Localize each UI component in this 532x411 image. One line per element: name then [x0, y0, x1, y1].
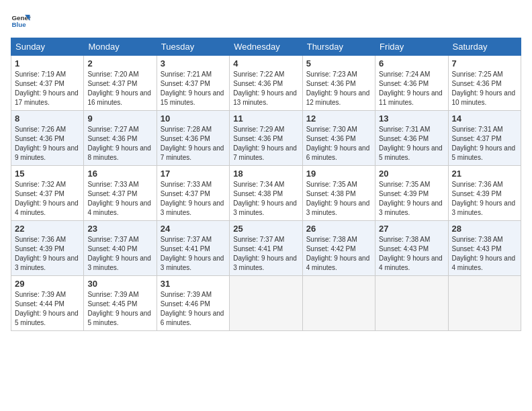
day-number: 31 — [161, 279, 226, 289]
day-info: Sunrise: 7:27 AMSunset: 4:36 PMDaylight:… — [87, 125, 152, 163]
calendar-week-4: 22Sunrise: 7:36 AMSunset: 4:39 PMDayligh… — [11, 221, 521, 276]
day-number: 30 — [87, 279, 152, 289]
calendar-cell: 28Sunrise: 7:38 AMSunset: 4:43 PMDayligh… — [448, 221, 521, 276]
day-info: Sunrise: 7:34 AMSunset: 4:38 PMDaylight:… — [233, 180, 298, 218]
calendar-cell — [375, 276, 448, 331]
day-info: Sunrise: 7:35 AMSunset: 4:38 PMDaylight:… — [306, 180, 371, 218]
day-info: Sunrise: 7:31 AMSunset: 4:36 PMDaylight:… — [379, 125, 444, 163]
day-info: Sunrise: 7:35 AMSunset: 4:39 PMDaylight:… — [379, 180, 444, 218]
day-info: Sunrise: 7:38 AMSunset: 4:43 PMDaylight:… — [379, 235, 444, 273]
day-number: 19 — [306, 169, 371, 179]
weekday-header-wednesday: Wednesday — [230, 38, 302, 56]
day-info: Sunrise: 7:39 AMSunset: 4:44 PMDaylight:… — [15, 290, 80, 328]
calendar-cell: 14Sunrise: 7:31 AMSunset: 4:37 PMDayligh… — [448, 111, 521, 166]
day-number: 27 — [379, 224, 444, 234]
day-number: 24 — [161, 224, 226, 234]
weekday-header-thursday: Thursday — [302, 38, 375, 56]
weekday-header-row: SundayMondayTuesdayWednesdayThursdayFrid… — [11, 38, 521, 56]
day-info: Sunrise: 7:19 AMSunset: 4:37 PMDaylight:… — [15, 70, 80, 107]
day-number: 7 — [452, 58, 517, 68]
calendar-week-1: 1Sunrise: 7:19 AMSunset: 4:37 PMDaylight… — [11, 56, 521, 111]
day-info: Sunrise: 7:37 AMSunset: 4:40 PMDaylight:… — [87, 235, 152, 273]
day-info: Sunrise: 7:37 AMSunset: 4:41 PMDaylight:… — [233, 235, 298, 273]
calendar-cell: 30Sunrise: 7:39 AMSunset: 4:45 PMDayligh… — [84, 276, 157, 331]
calendar-cell: 27Sunrise: 7:38 AMSunset: 4:43 PMDayligh… — [375, 221, 448, 276]
day-number: 29 — [15, 279, 80, 289]
calendar-cell: 26Sunrise: 7:38 AMSunset: 4:42 PMDayligh… — [302, 221, 375, 276]
day-number: 5 — [306, 58, 371, 68]
calendar-cell: 23Sunrise: 7:37 AMSunset: 4:40 PMDayligh… — [84, 221, 157, 276]
logo: General Blue — [11, 11, 34, 31]
day-number: 4 — [233, 58, 298, 68]
day-number: 25 — [233, 224, 298, 234]
day-info: Sunrise: 7:38 AMSunset: 4:42 PMDaylight:… — [306, 235, 371, 273]
calendar-cell: 17Sunrise: 7:33 AMSunset: 4:37 PMDayligh… — [157, 166, 229, 221]
day-number: 14 — [452, 113, 517, 124]
calendar-cell — [448, 276, 521, 331]
day-info: Sunrise: 7:26 AMSunset: 4:36 PMDaylight:… — [15, 125, 80, 163]
weekday-header-sunday: Sunday — [11, 38, 84, 56]
calendar-cell: 2Sunrise: 7:20 AMSunset: 4:37 PMDaylight… — [84, 56, 157, 111]
calendar-week-3: 15Sunrise: 7:32 AMSunset: 4:37 PMDayligh… — [11, 166, 521, 221]
header: General Blue — [11, 11, 521, 31]
day-info: Sunrise: 7:21 AMSunset: 4:37 PMDaylight:… — [161, 70, 226, 107]
day-info: Sunrise: 7:29 AMSunset: 4:36 PMDaylight:… — [233, 125, 298, 163]
calendar-cell: 1Sunrise: 7:19 AMSunset: 4:37 PMDaylight… — [11, 56, 84, 111]
calendar-cell: 19Sunrise: 7:35 AMSunset: 4:38 PMDayligh… — [302, 166, 375, 221]
day-info: Sunrise: 7:20 AMSunset: 4:37 PMDaylight:… — [87, 70, 152, 107]
calendar-cell: 7Sunrise: 7:25 AMSunset: 4:36 PMDaylight… — [448, 56, 521, 111]
day-number: 11 — [233, 113, 298, 124]
calendar-cell: 20Sunrise: 7:35 AMSunset: 4:39 PMDayligh… — [375, 166, 448, 221]
calendar-cell: 5Sunrise: 7:23 AMSunset: 4:36 PMDaylight… — [302, 56, 375, 111]
weekday-header-monday: Monday — [84, 38, 157, 56]
day-info: Sunrise: 7:39 AMSunset: 4:46 PMDaylight:… — [161, 290, 226, 328]
day-info: Sunrise: 7:32 AMSunset: 4:37 PMDaylight:… — [15, 180, 80, 218]
calendar-cell — [230, 276, 302, 331]
day-info: Sunrise: 7:31 AMSunset: 4:37 PMDaylight:… — [452, 125, 517, 163]
calendar-cell: 18Sunrise: 7:34 AMSunset: 4:38 PMDayligh… — [230, 166, 302, 221]
day-number: 22 — [15, 224, 80, 234]
day-info: Sunrise: 7:30 AMSunset: 4:36 PMDaylight:… — [306, 125, 371, 163]
calendar-cell: 21Sunrise: 7:36 AMSunset: 4:39 PMDayligh… — [448, 166, 521, 221]
day-info: Sunrise: 7:38 AMSunset: 4:43 PMDaylight:… — [452, 235, 517, 273]
day-info: Sunrise: 7:33 AMSunset: 4:37 PMDaylight:… — [87, 180, 152, 218]
calendar-cell: 6Sunrise: 7:24 AMSunset: 4:36 PMDaylight… — [375, 56, 448, 111]
day-info: Sunrise: 7:36 AMSunset: 4:39 PMDaylight:… — [15, 235, 80, 273]
calendar-cell: 16Sunrise: 7:33 AMSunset: 4:37 PMDayligh… — [84, 166, 157, 221]
day-info: Sunrise: 7:33 AMSunset: 4:37 PMDaylight:… — [161, 180, 226, 218]
calendar-cell — [302, 276, 375, 331]
calendar-cell: 31Sunrise: 7:39 AMSunset: 4:46 PMDayligh… — [157, 276, 229, 331]
day-number: 20 — [379, 169, 444, 179]
day-number: 13 — [379, 113, 444, 124]
calendar-cell: 12Sunrise: 7:30 AMSunset: 4:36 PMDayligh… — [302, 111, 375, 166]
calendar-cell: 15Sunrise: 7:32 AMSunset: 4:37 PMDayligh… — [11, 166, 84, 221]
day-number: 28 — [452, 224, 517, 234]
calendar-cell: 3Sunrise: 7:21 AMSunset: 4:37 PMDaylight… — [157, 56, 229, 111]
calendar-cell: 4Sunrise: 7:22 AMSunset: 4:36 PMDaylight… — [230, 56, 302, 111]
day-number: 17 — [161, 169, 226, 179]
day-number: 23 — [87, 224, 152, 234]
day-info: Sunrise: 7:39 AMSunset: 4:45 PMDaylight:… — [87, 290, 152, 328]
calendar-cell: 8Sunrise: 7:26 AMSunset: 4:36 PMDaylight… — [11, 111, 84, 166]
day-number: 12 — [306, 113, 371, 124]
day-number: 26 — [306, 224, 371, 234]
day-info: Sunrise: 7:24 AMSunset: 4:36 PMDaylight:… — [379, 70, 444, 107]
day-number: 9 — [87, 113, 152, 124]
day-info: Sunrise: 7:36 AMSunset: 4:39 PMDaylight:… — [452, 180, 517, 218]
day-info: Sunrise: 7:25 AMSunset: 4:36 PMDaylight:… — [452, 70, 517, 107]
day-number: 6 — [379, 58, 444, 68]
calendar-page: General Blue SundayMondayTuesdayWednesda… — [0, 0, 532, 411]
day-number: 3 — [161, 58, 226, 68]
logo-icon: General Blue — [11, 11, 31, 31]
calendar-table: SundayMondayTuesdayWednesdayThursdayFrid… — [11, 38, 521, 331]
day-number: 16 — [87, 169, 152, 179]
calendar-cell: 13Sunrise: 7:31 AMSunset: 4:36 PMDayligh… — [375, 111, 448, 166]
svg-text:Blue: Blue — [12, 21, 27, 28]
calendar-cell: 24Sunrise: 7:37 AMSunset: 4:41 PMDayligh… — [157, 221, 229, 276]
calendar-week-2: 8Sunrise: 7:26 AMSunset: 4:36 PMDaylight… — [11, 111, 521, 166]
weekday-header-tuesday: Tuesday — [157, 38, 229, 56]
day-info: Sunrise: 7:23 AMSunset: 4:36 PMDaylight:… — [306, 70, 371, 107]
day-number: 8 — [15, 113, 80, 124]
day-number: 18 — [233, 169, 298, 179]
calendar-cell: 9Sunrise: 7:27 AMSunset: 4:36 PMDaylight… — [84, 111, 157, 166]
